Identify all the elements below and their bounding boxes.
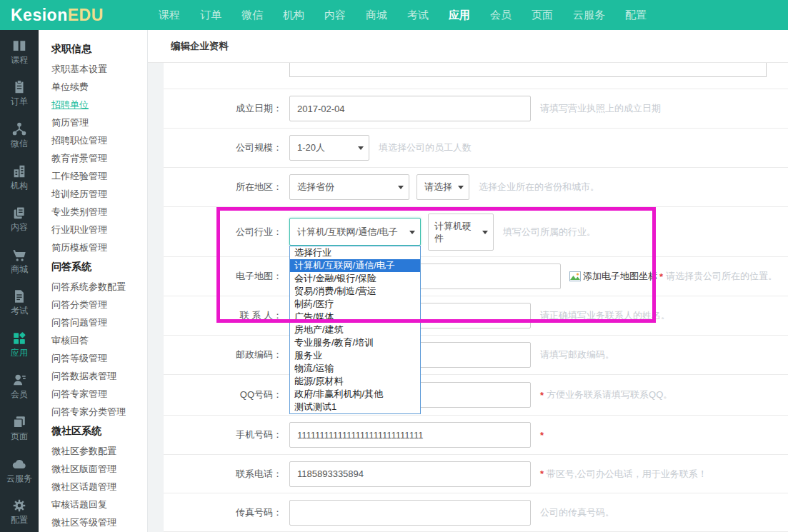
add-map-coords-link[interactable]: 添加电子地图坐标 (583, 270, 657, 283)
section-micro-community: 微社区系统 微社区参数配置 微社区版面管理 微社区话题管理 审核话题回复 微社区… (51, 425, 147, 527)
industry-option[interactable]: 物流/运输 (290, 362, 420, 375)
menu-item-unit-renewal[interactable]: 单位续费 (51, 82, 147, 91)
chevron-down-icon (358, 146, 364, 150)
book-icon (11, 38, 27, 54)
menu-item-job-position-mgmt[interactable]: 招聘职位管理 (51, 136, 147, 145)
sidebar-item-label: 微信 (11, 139, 28, 148)
industry-option[interactable]: 测试测试1 (290, 401, 420, 413)
industry-value: 计算机/互联网/通信/电子 (297, 226, 398, 239)
topnav-courses[interactable]: 课程 (159, 9, 180, 22)
city-select[interactable]: 请选择 (417, 174, 469, 200)
topnav-institution[interactable]: 机构 (283, 9, 304, 22)
sidebar-item-mall[interactable]: 商城 (0, 239, 39, 281)
industry-option[interactable]: 专业服务/教育/培训 (290, 336, 420, 349)
form-row-qq: QQ号码： * 方便业务联系请填写联系QQ。 (164, 375, 788, 416)
industry-option[interactable]: 选择行业 (290, 246, 420, 259)
sidebar-item-label: 商城 (11, 265, 28, 273)
cropped-top-input[interactable] (289, 63, 767, 77)
sidebar-item-apps[interactable]: 应用 (0, 323, 39, 365)
form-scrollbar-track[interactable] (148, 63, 164, 532)
industry-option[interactable]: 会计/金融/银行/保险 (290, 272, 420, 285)
section-title: 微社区系统 (51, 425, 147, 438)
topnav-orders[interactable]: 订单 (200, 9, 221, 22)
company-scale-select[interactable]: 1-20人 (289, 135, 369, 161)
sidebar-item-label: 页面 (11, 432, 28, 441)
sidebar-item-cloud[interactable]: 云服务 (0, 448, 39, 491)
phone-input[interactable] (289, 461, 531, 487)
form-row-cropped (164, 63, 788, 89)
menu-item-training-mgmt[interactable]: 培训经历管理 (51, 189, 147, 199)
sidebar-item-courses[interactable]: 课程 (0, 30, 39, 72)
menu-item-mc-topic-mgmt[interactable]: 微社区话题管理 (51, 482, 147, 491)
chevron-down-icon (482, 231, 488, 234)
menu-item-qa-level-mgmt[interactable]: 问答等级管理 (51, 353, 147, 363)
form-row-founding-date: 成立日期： 请填写营业执照上的成立日期 (164, 89, 788, 129)
industry-option[interactable]: 政府/非赢利机构/其他 (290, 388, 420, 401)
topnav-wechat[interactable]: 微信 (241, 9, 263, 22)
map-image-icon[interactable] (569, 271, 581, 282)
sidebar-item-institution[interactable]: 机构 (0, 156, 39, 198)
fax-label: 传真号码： (164, 506, 282, 519)
sidebar-item-members[interactable]: 会员 (0, 365, 39, 407)
province-select[interactable]: 选择省份 (289, 174, 409, 200)
industry-option[interactable]: 能源/原材料 (290, 375, 420, 388)
menu-item-work-exp-mgmt[interactable]: 工作经验管理 (51, 171, 147, 181)
menu-item-resume-template-mgmt[interactable]: 简历模板管理 (51, 243, 147, 252)
founding-date-input[interactable] (289, 96, 531, 121)
menu-item-qa-review-answers[interactable]: 审核回答 (51, 336, 147, 345)
share-network-icon (11, 121, 27, 137)
sidebar-item-orders[interactable]: 订单 (0, 72, 39, 114)
topnav-exam[interactable]: 考试 (407, 9, 429, 22)
edit-company-form: 成立日期： 请填写营业执照上的成立日期 公司规模： 1-20人 填选择公司的员工… (164, 63, 788, 532)
industry-option-selected[interactable]: 计算机/互联网/通信/电子 (290, 259, 420, 272)
icon-sidebar: 课程 订单 微信 机构 内容 商城 考试 应用 (0, 30, 39, 532)
menu-item-mc-layout-mgmt[interactable]: 微社区版面管理 (51, 464, 147, 473)
required-asterisk: * (659, 271, 663, 282)
industry-option[interactable]: 制药/医疗 (290, 298, 420, 311)
sidebar-item-content[interactable]: 内容 (0, 197, 39, 239)
menu-item-recruiting-units[interactable]: 招聘单位 (51, 100, 147, 109)
logo-edu: EDU (68, 6, 104, 24)
section-qa-system: 问答系统 问答系统参数配置 问答分类管理 问答问题管理 审核回答 问答等级管理 … (51, 261, 147, 416)
menu-item-education-mgmt[interactable]: 教育背景管理 (51, 154, 147, 163)
topnav-content[interactable]: 内容 (324, 9, 346, 22)
menu-item-qa-datatable-mgmt[interactable]: 问答数据表管理 (51, 371, 147, 381)
industry-option[interactable]: 贸易/消费/制造/营运 (290, 285, 420, 298)
sidebar-item-label: 应用 (11, 348, 28, 357)
top-nav: 课程 订单 微信 机构 内容 商城 考试 应用 会员 页面 云服务 配置 (159, 9, 647, 22)
industry-option[interactable]: 房地产/建筑 (290, 323, 420, 336)
menu-item-mc-review-replies[interactable]: 审核话题回复 (51, 500, 147, 509)
sidebar-item-exam[interactable]: 考试 (0, 281, 39, 323)
province-value: 选择省份 (297, 181, 334, 194)
topnav-mall[interactable]: 商城 (366, 9, 387, 22)
menu-item-mc-params[interactable]: 微社区参数配置 (51, 446, 147, 456)
industry-select[interactable]: 计算机/互联网/通信/电子 选择行业 计算机/互联网/通信/电子 会计/金融/银… (289, 218, 421, 246)
sidebar-item-pages[interactable]: 页面 (0, 406, 39, 448)
sidebar-item-wechat[interactable]: 微信 (0, 114, 39, 156)
topnav-config[interactable]: 配置 (625, 9, 647, 22)
topnav-cloud[interactable]: 云服务 (573, 9, 605, 22)
menu-item-qa-category-mgmt[interactable]: 问答分类管理 (51, 300, 147, 309)
menu-item-mc-level-mgmt[interactable]: 微社区等级管理 (51, 518, 147, 527)
sidebar-item-label: 考试 (11, 306, 28, 315)
topnav-apps[interactable]: 应用 (449, 9, 470, 22)
menu-item-industry-occupation-mgmt[interactable]: 行业职业管理 (51, 225, 147, 234)
menu-item-qa-params[interactable]: 问答系统参数配置 (51, 282, 147, 291)
industry-option[interactable]: 服务业 (290, 349, 420, 362)
topnav-pages[interactable]: 页面 (532, 9, 553, 22)
sidebar-item-config[interactable]: 配置 (0, 490, 39, 532)
menu-item-job-basic-settings[interactable]: 求职基本设置 (51, 64, 147, 74)
menu-item-qa-expert-mgmt[interactable]: 问答专家管理 (51, 389, 147, 398)
industry-sub-select[interactable]: 计算机硬件 (428, 214, 494, 251)
menu-item-major-category-mgmt[interactable]: 专业类别管理 (51, 207, 147, 216)
map-label: 电子地图： (164, 270, 282, 283)
industry-option[interactable]: 广告/媒体 (290, 311, 420, 323)
mobile-input[interactable] (289, 422, 531, 448)
menu-item-resume-mgmt[interactable]: 简历管理 (51, 118, 147, 127)
topnav-members[interactable]: 会员 (490, 9, 512, 22)
fax-input[interactable] (289, 500, 531, 526)
page-title: 编辑企业资料 (148, 30, 788, 63)
menu-item-qa-question-mgmt[interactable]: 问答问题管理 (51, 318, 147, 327)
menu-item-qa-expert-category-mgmt[interactable]: 问答专家分类管理 (51, 407, 147, 416)
region-hint: 选择企业所在的省份和城市。 (479, 181, 599, 194)
